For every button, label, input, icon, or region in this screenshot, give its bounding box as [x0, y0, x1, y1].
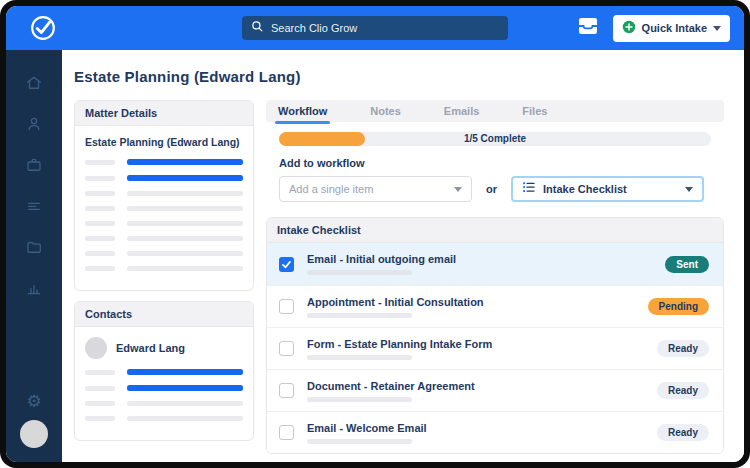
sidebar-item-reports[interactable]: [6, 276, 62, 300]
placeholder-bar: [85, 221, 115, 226]
placeholder-bar: [85, 191, 115, 196]
sidebar-item-home[interactable]: [6, 71, 62, 95]
status-badge: Ready: [657, 382, 709, 399]
placeholder-bar: [85, 251, 115, 256]
placeholder-bar: [127, 401, 243, 406]
placeholder-bar: [307, 397, 412, 402]
matter-details-header: Matter Details: [75, 101, 253, 126]
checklist-list-icon: [522, 180, 536, 198]
placeholder-bar: [307, 313, 412, 318]
person-icon: [25, 115, 43, 133]
sidebar-item-contacts[interactable]: [6, 112, 62, 136]
intake-checklist-panel: Intake Checklist Email - Initial outgoin…: [266, 217, 724, 454]
quick-intake-label: Quick Intake: [642, 22, 707, 34]
checkbox-unchecked[interactable]: [279, 383, 294, 398]
placeholder-bar: [127, 221, 243, 226]
tab-emails[interactable]: Emails: [444, 100, 479, 122]
placeholder-bar-accent: [127, 385, 243, 391]
or-label: or: [486, 183, 497, 195]
placeholder-row: [85, 385, 243, 391]
top-bar: Quick Intake: [6, 6, 744, 50]
main-content: Estate Planning (Edward Lang) Matter Det…: [62, 50, 744, 462]
sidebar-item-matters[interactable]: [6, 153, 62, 177]
tab-workflow[interactable]: Workflow: [278, 100, 327, 122]
placeholder-bar: [85, 160, 115, 165]
placeholder-row: [85, 221, 243, 226]
placeholder-bar: [127, 266, 243, 271]
user-avatar[interactable]: [20, 420, 48, 448]
placeholder-bar-accent: [127, 369, 243, 375]
inbox-tray-icon[interactable]: [577, 17, 599, 39]
contacts-header: Contacts: [75, 302, 253, 327]
quick-intake-button[interactable]: Quick Intake: [613, 15, 730, 42]
clio-grow-logo-icon[interactable]: [20, 13, 58, 43]
placeholder-bar: [127, 206, 243, 211]
placeholder-bar: [85, 266, 115, 271]
tab-notes[interactable]: Notes: [370, 100, 401, 122]
placeholder-bar: [127, 236, 243, 241]
chevron-down-icon: [713, 26, 721, 31]
checklist-row[interactable]: Form - Estate Planning Intake Form Ready: [267, 327, 723, 369]
sidebar-item-tasks[interactable]: [6, 194, 62, 218]
intake-checklist-dropdown[interactable]: Intake Checklist: [511, 176, 704, 202]
add-to-workflow-label: Add to workflow: [279, 157, 711, 169]
left-column: Matter Details Estate Planning (Edward L…: [74, 100, 254, 441]
placeholder-bar-accent: [127, 175, 243, 181]
checklist-item-title: Email - Initial outgoing email: [307, 253, 665, 265]
checklist-item-title: Email - Welcome Email: [307, 422, 657, 434]
clio-grow-window: Quick Intake: [6, 6, 744, 462]
contact-avatar: [85, 337, 107, 359]
workflow-tab-bar: Workflow Notes Emails Files: [266, 100, 724, 122]
checklist-row[interactable]: Appointment - Initial Consultation Pendi…: [267, 285, 723, 327]
placeholder-bar: [307, 355, 412, 360]
placeholder-bar: [127, 251, 243, 256]
checklist-row[interactable]: Email - Initial outgoing email Sent: [267, 243, 723, 285]
matter-details-placeholder-list: [85, 159, 243, 271]
checklist-row[interactable]: Document - Retainer Agreement Ready: [267, 369, 723, 411]
placeholder-row: [85, 369, 243, 375]
placeholder-row: [85, 191, 243, 196]
placeholder-bar: [127, 416, 243, 421]
placeholder-bar: [85, 206, 115, 211]
global-search[interactable]: [242, 16, 508, 40]
checkbox-unchecked[interactable]: [279, 341, 294, 356]
status-badge: Ready: [657, 340, 709, 357]
top-bar-actions: Quick Intake: [577, 15, 730, 42]
placeholder-row: [85, 236, 243, 241]
settings-gear-icon[interactable]: ⚙: [26, 393, 41, 410]
placeholder-bar: [307, 439, 412, 444]
placeholder-bar: [85, 401, 115, 406]
home-icon: [25, 74, 43, 92]
placeholder-bar: [85, 236, 115, 241]
contact-row[interactable]: Edward Lang: [85, 337, 243, 359]
add-to-workflow-controls: Add a single item or Intake Checklist: [279, 176, 711, 202]
checkbox-unchecked[interactable]: [279, 425, 294, 440]
checkbox-checked[interactable]: [279, 257, 294, 272]
placeholder-bar: [85, 370, 115, 375]
workflow-column: Workflow Notes Emails Files 1/5 Complete…: [266, 100, 724, 454]
single-item-placeholder: Add a single item: [289, 183, 454, 195]
checkbox-unchecked[interactable]: [279, 299, 294, 314]
placeholder-row: [85, 206, 243, 211]
placeholder-bar: [85, 176, 115, 181]
placeholder-row: [85, 175, 243, 181]
checklist-row[interactable]: Email - Welcome Email Ready: [267, 411, 723, 453]
folder-icon: [25, 238, 43, 256]
search-input[interactable]: [271, 22, 499, 34]
briefcase-icon: [25, 156, 43, 174]
bar-chart-icon: [25, 279, 43, 297]
checklist-item-title: Document - Retainer Agreement: [307, 380, 657, 392]
sidebar-item-documents[interactable]: [6, 235, 62, 259]
single-item-dropdown[interactable]: Add a single item: [279, 176, 472, 202]
placeholder-bar-accent: [127, 159, 243, 165]
placeholder-bar: [85, 416, 115, 421]
page-title: Estate Planning (Edward Lang): [74, 68, 724, 85]
matter-name: Estate Planning (Edward Lang): [85, 136, 243, 148]
status-badge: Ready: [657, 424, 709, 441]
workflow-progress-bar: 1/5 Complete: [279, 132, 711, 146]
progress-label: 1/5 Complete: [279, 132, 711, 146]
sidebar-nav: ⚙: [6, 50, 62, 462]
tab-files[interactable]: Files: [522, 100, 547, 122]
placeholder-bar: [127, 191, 243, 196]
checklist-item-title: Form - Estate Planning Intake Form: [307, 338, 657, 350]
